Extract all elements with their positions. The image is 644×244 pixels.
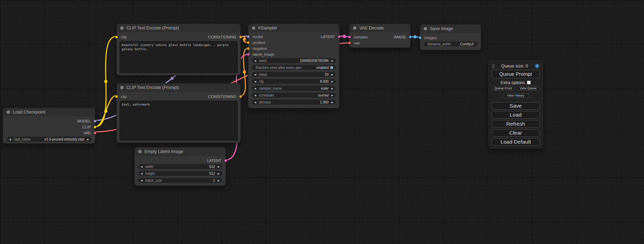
node-ksampler[interactable]: KSampler model LATENT positive negative … (248, 24, 339, 108)
queue-front-button[interactable]: Queue Front (492, 86, 515, 91)
node-title: KSampler (258, 26, 277, 30)
output-slot-image[interactable] (409, 35, 412, 38)
decrement-arrow[interactable]: ◀ (254, 60, 256, 62)
widget-value: v1-5-pruned-emaonly.ckpt (44, 137, 84, 141)
output-slot-latent[interactable] (224, 159, 227, 162)
output-slot-clip[interactable] (94, 125, 97, 128)
node-title-bar[interactable]: CLIP Text Encode (Prompt) (117, 83, 240, 92)
widget-value: 512 (209, 165, 215, 169)
input-slot-images[interactable] (418, 36, 422, 39)
settings-gear-icon[interactable] (535, 63, 540, 69)
increment-arrow[interactable]: ▶ (332, 60, 333, 62)
input-slot-samples[interactable] (348, 35, 351, 38)
widget-batch-size[interactable]: ◀ batch_size 1 ▶ (138, 178, 222, 183)
widget-value: 156680208700286 (300, 59, 328, 63)
widget-width[interactable]: ◀ width 512 ▶ (138, 164, 222, 169)
collapse-dot[interactable] (120, 86, 124, 89)
view-queue-button[interactable]: View Queue (517, 86, 540, 91)
decrement-arrow[interactable]: ◀ (254, 80, 256, 83)
collapse-dot[interactable] (353, 26, 356, 30)
decrement-arrow[interactable]: ◀ (254, 101, 256, 103)
decrement-arrow[interactable]: ◀ (141, 179, 142, 182)
collapse-dot[interactable] (120, 26, 124, 30)
next-value-arrow[interactable]: ▶ (332, 94, 333, 97)
widget-random-seed-toggle[interactable]: Random seed after every gen enabled (252, 65, 336, 70)
next-value-arrow[interactable]: ▶ (332, 87, 333, 90)
collapse-dot[interactable] (424, 27, 427, 30)
drag-handle-icon[interactable]: ⣿ (492, 64, 495, 68)
toggle-knob[interactable] (330, 66, 333, 69)
collapse-dot[interactable] (7, 110, 10, 114)
prev-value-arrow[interactable]: ◀ (254, 94, 256, 97)
widget-label: scheduler (259, 93, 274, 97)
refresh-button[interactable]: Refresh (492, 120, 540, 128)
widget-sampler-name[interactable]: ◀ sampler_name euler ▶ (252, 86, 336, 91)
input-slot-negative[interactable] (247, 47, 250, 50)
extra-options-checkbox[interactable] (527, 81, 531, 84)
comfy-menu-panel[interactable]: ⣿ Queue size: 0 Queue Prompt Extra optio… (488, 61, 543, 148)
widget-cfg[interactable]: ◀ cfg 8.000 ▶ (252, 79, 336, 84)
collapse-dot[interactable] (252, 26, 255, 30)
node-title-bar[interactable]: KSampler (248, 24, 339, 32)
input-slot-latent-image[interactable] (247, 53, 250, 56)
node-clip-text-encode-positive[interactable]: CLIP Text Encode (Prompt) clip CONDITION… (116, 24, 241, 75)
collapse-dot[interactable] (138, 150, 142, 153)
load-button[interactable]: Load (492, 111, 540, 119)
increment-arrow[interactable]: ▶ (218, 179, 220, 182)
increment-arrow[interactable]: ▶ (332, 73, 333, 76)
queue-prompt-button[interactable]: Queue Prompt (492, 70, 540, 78)
input-label-positive: positive (253, 40, 265, 45)
load-default-button[interactable]: Load Default (492, 138, 540, 146)
output-slot-conditioning[interactable] (239, 95, 242, 98)
input-slot-vae[interactable] (348, 41, 351, 44)
node-save-image[interactable]: Save Image images filename_prefix ComfyU… (420, 24, 481, 50)
node-vae-decode[interactable]: VAE Decode samples IMAGE vae (349, 24, 411, 48)
node-empty-latent-image[interactable]: Empty Latent Image LATENT ◀ width 512 ▶ … (134, 147, 226, 186)
menu-header: ⣿ Queue size: 0 (492, 63, 540, 69)
clear-button[interactable]: Clear (492, 129, 540, 137)
decrement-arrow[interactable]: ◀ (141, 165, 142, 168)
increment-arrow[interactable]: ▶ (332, 80, 333, 83)
widget-height[interactable]: ◀ height 512 ▶ (138, 171, 222, 176)
widget-label: Random seed after every gen (256, 66, 301, 70)
next-value-arrow[interactable]: ▶ (87, 138, 89, 141)
prev-value-arrow[interactable]: ◀ (9, 138, 11, 141)
prompt-textarea[interactable]: text, watermark (120, 101, 238, 141)
output-slot-model[interactable] (94, 119, 97, 123)
widget-seed[interactable]: ◀ seed 156680208700286 ▶ (252, 58, 336, 63)
input-slot-model[interactable] (247, 35, 250, 38)
decrement-arrow[interactable]: ◀ (141, 172, 142, 175)
node-load-checkpoint[interactable]: Load Checkpoint MODEL CLIP VAE ◀ ckpt_na… (3, 108, 95, 144)
save-button[interactable]: Save (492, 102, 540, 110)
node-title: CLIP Text Encode (Prompt) (126, 26, 179, 30)
view-history-button[interactable]: View History (503, 93, 529, 98)
node-title-bar[interactable]: VAE Decode (350, 24, 410, 32)
node-title-bar[interactable]: Empty Latent Image (135, 147, 226, 156)
widget-ckpt-name[interactable]: ◀ ckpt_name v1-5-pruned-emaonly.ckpt ▶ (7, 137, 91, 142)
node-clip-text-encode-negative[interactable]: CLIP Text Encode (Prompt) clip CONDITION… (116, 83, 241, 143)
increment-arrow[interactable]: ▶ (332, 101, 333, 103)
widget-steps[interactable]: ◀ steps 20 ▶ (252, 72, 336, 77)
input-label-images: images (424, 36, 436, 40)
decrement-arrow[interactable]: ◀ (254, 73, 256, 76)
prev-value-arrow[interactable]: ◀ (254, 87, 256, 90)
widget-value: 1 (213, 179, 215, 182)
input-slot-positive[interactable] (247, 41, 250, 44)
output-slot-conditioning[interactable] (239, 35, 242, 38)
widget-denoise[interactable]: ◀ denoise 1.000 ▶ (252, 100, 336, 105)
widget-scheduler[interactable]: ◀ scheduler normal ▶ (252, 93, 336, 98)
input-slot-clip[interactable] (115, 95, 118, 98)
widget-value: ComfyUI (460, 42, 474, 46)
output-slot-latent[interactable] (338, 35, 341, 38)
node-title: CLIP Text Encode (Prompt) (126, 85, 179, 90)
prompt-textarea[interactable]: beautiful scenery nature glass bottle la… (120, 41, 238, 73)
output-slot-vae[interactable] (94, 131, 97, 134)
increment-arrow[interactable]: ▶ (218, 165, 220, 168)
output-label-latent: LATENT (207, 159, 221, 163)
increment-arrow[interactable]: ▶ (218, 172, 220, 175)
widget-filename-prefix[interactable]: filename_prefix ComfyUI (424, 42, 477, 46)
node-title-bar[interactable]: Load Checkpoint (3, 108, 95, 116)
input-slot-clip[interactable] (115, 35, 118, 38)
node-title-bar[interactable]: Save Image (420, 25, 481, 33)
node-title-bar[interactable]: CLIP Text Encode (Prompt) (117, 24, 240, 32)
